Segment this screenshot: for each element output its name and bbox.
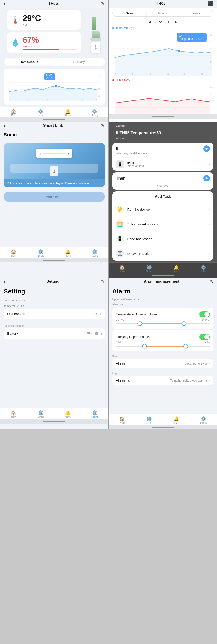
humidity-alarm-toggle[interactable] bbox=[199, 334, 210, 340]
nav-smart-s4[interactable]: ⚙️ Smart bbox=[136, 264, 163, 272]
alarm-push-card: Alarm App/Phone/SMS › bbox=[112, 359, 213, 368]
battery-label: Battery bbox=[7, 332, 87, 335]
screen-title-s1: TH05 bbox=[48, 1, 58, 6]
tab-humidity[interactable]: Humidity bbox=[54, 59, 104, 65]
back-icon-s3[interactable]: ‹ bbox=[4, 123, 5, 128]
period-months[interactable]: Months bbox=[146, 10, 180, 16]
add-scene-button[interactable]: Add Scene bbox=[4, 192, 105, 202]
edit-icon-s3[interactable]: ✎ bbox=[101, 123, 105, 128]
alarm-push-row[interactable]: Alarm App/Phone/SMS › bbox=[112, 359, 213, 368]
svg-text:16: 16 bbox=[182, 73, 185, 75]
humidity-slider[interactable] bbox=[116, 346, 210, 347]
nav-setting-s5[interactable]: ⚙️ Setting bbox=[81, 410, 109, 418]
smart-card-desc: Cold and warm detect, Temp care, Temp hi… bbox=[4, 180, 105, 187]
temp-slider[interactable] bbox=[116, 323, 210, 324]
more-options-icon[interactable]: ··· bbox=[209, 133, 213, 138]
period-days[interactable]: Days bbox=[113, 10, 146, 16]
task-smart-scenes[interactable]: 🌅 Select smart scenes › bbox=[112, 216, 213, 231]
edit-icon-s1[interactable]: ✎ bbox=[101, 1, 105, 6]
back-icon-s5[interactable]: ‹ bbox=[4, 279, 5, 284]
screen-title-s2: TH05 bbox=[156, 1, 166, 6]
humidity-slider-thumb-high[interactable] bbox=[183, 344, 188, 348]
next-date-icon[interactable]: ▶ bbox=[175, 20, 177, 24]
alarm-log-value: Temp/humidity cloud alarm r › bbox=[170, 379, 210, 382]
modal-title: Add Task bbox=[112, 192, 213, 202]
edit-icon-s6[interactable]: ✎ bbox=[209, 279, 213, 284]
edit-icon-s5[interactable]: ✎ bbox=[101, 279, 105, 284]
nav-bar-s2: ‹ TH05 ⬛ bbox=[109, 0, 217, 8]
back-icon-s6[interactable]: ‹ bbox=[112, 279, 114, 284]
setting-big-title: Setting bbox=[0, 286, 109, 297]
tab-temperature[interactable]: Temperature bbox=[5, 59, 54, 65]
alarm-sec1-label: Upper and lower limits bbox=[109, 297, 217, 302]
setting-card-temp: Unit convert ℃ › bbox=[4, 309, 105, 319]
automation-subtitle: All day bbox=[112, 136, 165, 142]
chart-tooltip: 13:00 29.1°C bbox=[44, 73, 56, 80]
setting-card-battery: Battery 53% bbox=[4, 328, 105, 338]
battery-row: Battery 53% bbox=[4, 328, 105, 338]
nav-setting-s4[interactable]: ⚙️ Setting bbox=[190, 264, 217, 272]
back-icon-s2[interactable]: ‹ bbox=[112, 1, 114, 6]
humidity-label: Wet alarm bbox=[23, 45, 77, 48]
nav-smart-s3[interactable]: ⚙️ Smart bbox=[27, 249, 54, 257]
svg-text:16: 16 bbox=[81, 98, 83, 101]
smart-big-label: Smart bbox=[0, 130, 109, 140]
nav-alarm-s1[interactable]: 🔔 Alarm bbox=[54, 108, 81, 116]
temp-alarm-toggle[interactable] bbox=[199, 311, 210, 317]
nav-smart-s6[interactable]: ⚙️ Smart bbox=[136, 416, 163, 424]
svg-text:22: 22 bbox=[201, 73, 203, 75]
nav-bar-s6: ‹ Alarm management ✎ bbox=[109, 278, 217, 286]
screen-title-s5: Setting bbox=[47, 279, 60, 284]
export-icon-s2[interactable]: ⬛ bbox=[208, 1, 213, 6]
cancel-button[interactable]: Cancel bbox=[112, 122, 130, 130]
nav-setting-s6[interactable]: ⚙️ Setting bbox=[190, 416, 217, 424]
chart-tooltip-s2: 17 Temperature: 27.4°C bbox=[177, 33, 206, 42]
nav-alarm-s6[interactable]: 🔔 Alarm bbox=[163, 416, 190, 424]
nav-main-s5[interactable]: 🏠 Main bbox=[0, 410, 27, 418]
add-task-plus-icon[interactable]: + bbox=[203, 175, 210, 182]
notification-icon: 📱 bbox=[116, 235, 124, 243]
prev-date-icon[interactable]: ◀ bbox=[149, 20, 151, 24]
nav-alarm-s3[interactable]: 🔔 Alarm bbox=[54, 249, 81, 257]
humidity-icon: 💧 bbox=[11, 38, 20, 47]
nav-main-s4[interactable]: 🏠 Main bbox=[109, 264, 136, 272]
battery-value: 53% bbox=[87, 332, 101, 335]
unit-convert-row[interactable]: Unit convert ℃ › bbox=[4, 309, 105, 319]
task-delay-action[interactable]: ⏳ Delay the action › bbox=[112, 246, 213, 261]
add-condition-icon[interactable]: + bbox=[203, 146, 210, 152]
nav-main-s6[interactable]: 🏠 Main bbox=[109, 416, 136, 424]
back-icon[interactable]: ‹ bbox=[4, 1, 5, 6]
humidity-slider-thumb-low[interactable] bbox=[142, 344, 147, 348]
then-card: Then + Add Task bbox=[112, 172, 213, 190]
nav-main-s1[interactable]: 🏠 Main bbox=[0, 108, 27, 116]
alarm-log-row[interactable]: Alarm log Temp/humidity cloud alarm r › bbox=[112, 376, 213, 385]
temp-slider-thumb-high[interactable] bbox=[182, 321, 186, 326]
nav-bar-s5: ‹ Setting ✎ bbox=[0, 278, 109, 286]
nav-main-s3[interactable]: 🏠 Main bbox=[0, 249, 27, 257]
humidity-chart-s2: 67.5 60 80.5 75 bbox=[112, 82, 213, 114]
chevron-delay: › bbox=[208, 251, 210, 256]
nav-smart-s5[interactable]: ⚙️ Smart bbox=[27, 410, 54, 418]
date-nav: ◀ 2022-08-11 ▶ bbox=[109, 18, 217, 26]
screen-setting: ‹ Setting ✎ Setting Set other function T… bbox=[0, 278, 109, 430]
task-send-notification[interactable]: 📱 Send notification › bbox=[112, 231, 213, 246]
more-icon[interactable]: ··· bbox=[99, 70, 103, 75]
period-years[interactable]: Years bbox=[180, 10, 213, 16]
svg-marker-29 bbox=[115, 49, 212, 76]
nav-setting-s3[interactable]: ⚙️ Setting bbox=[81, 249, 109, 257]
nav-alarm-s5[interactable]: 🔔 Alarm bbox=[54, 410, 81, 418]
nav-alarm-s4[interactable]: 🔔 Alarm bbox=[163, 264, 190, 272]
humidity-chart-svg: 67.5 60 80.5 75 bbox=[112, 82, 213, 114]
push-label: Push bbox=[109, 354, 217, 359]
temp-alarm-row: Temperature Upper and lower bbox=[116, 310, 210, 318]
nav-smart-s1[interactable]: ⚙️ Smart bbox=[27, 108, 54, 116]
temp-slider-thumb-low[interactable] bbox=[137, 321, 142, 326]
task-run-device[interactable]: ☀️ Run the device › bbox=[112, 202, 213, 216]
thermometer-icon: 🌡️ bbox=[11, 16, 20, 24]
tab-bar: Temperature Humidity bbox=[4, 58, 105, 66]
nav-setting-s1[interactable]: ⚙️ Setting bbox=[81, 108, 109, 116]
setting-sec1-label: Set other function bbox=[0, 297, 109, 303]
svg-text:67.5: 67.5 bbox=[210, 86, 213, 88]
chevron-run-device: › bbox=[208, 207, 210, 212]
bottom-nav-s6: 🏠 Main ⚙️ Smart 🔔 Alarm ⚙️ Setting bbox=[109, 414, 217, 425]
